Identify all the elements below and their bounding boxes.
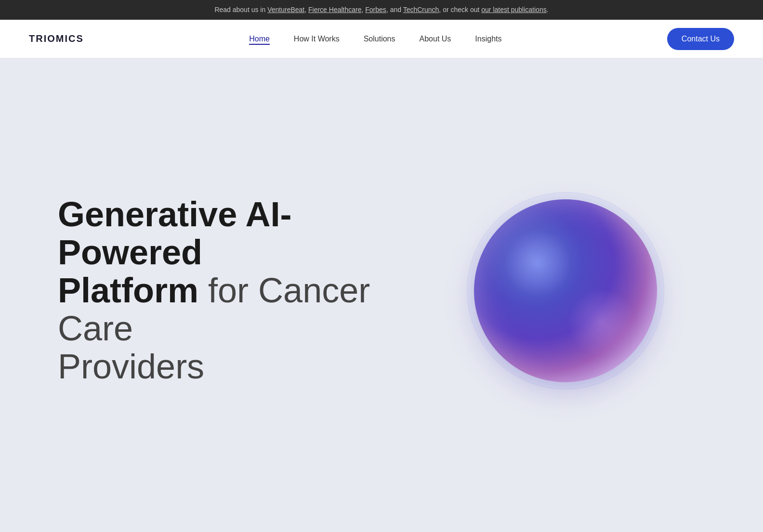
logo[interactable]: TRIOMICS	[29, 33, 84, 44]
announcement-bar: Read about us in VentureBeat, Fierce Hea…	[0, 0, 763, 20]
navbar: TRIOMICS Home How It Works Solutions Abo…	[0, 20, 763, 58]
contact-us-button[interactable]: Contact Us	[667, 28, 734, 50]
nav-item-insights[interactable]: Insights	[475, 35, 501, 43]
nav-link-how-it-works[interactable]: How It Works	[294, 35, 340, 43]
announcement-link-forbes[interactable]: Forbes	[365, 6, 386, 13]
announcement-link-fiercehealthcare[interactable]: Fierce Healthcare	[308, 6, 362, 13]
nav-item-about-us[interactable]: About Us	[420, 35, 451, 43]
announcement-link-publications[interactable]: our latest publications	[481, 6, 546, 13]
nav-link-about-us[interactable]: About Us	[420, 35, 451, 43]
hero-title: Generative AI-PoweredPlatform for Cancer…	[58, 195, 371, 386]
nav-menu: Home How It Works Solutions About Us Ins…	[249, 35, 501, 43]
announcement-link-venturebeat[interactable]: VentureBeat	[267, 6, 304, 13]
hero-section: Generative AI-PoweredPlatform for Cancer…	[0, 58, 763, 532]
announcement-text: Read about us in	[214, 6, 267, 13]
nav-item-home[interactable]: Home	[249, 35, 270, 43]
nav-item-solutions[interactable]: Solutions	[364, 35, 395, 43]
hero-content: Generative AI-PoweredPlatform for Cancer…	[58, 195, 371, 396]
orb-wrapper	[474, 199, 657, 382]
nav-item-how-it-works[interactable]: How It Works	[294, 35, 340, 43]
orb-blob	[474, 199, 657, 382]
nav-link-solutions[interactable]: Solutions	[364, 35, 395, 43]
nav-link-home[interactable]: Home	[249, 35, 270, 45]
hero-visual	[474, 199, 667, 392]
announcement-link-techcrunch[interactable]: TechCrunch	[403, 6, 439, 13]
nav-link-insights[interactable]: Insights	[475, 35, 501, 43]
announcement-text-2: or check out	[443, 6, 481, 13]
